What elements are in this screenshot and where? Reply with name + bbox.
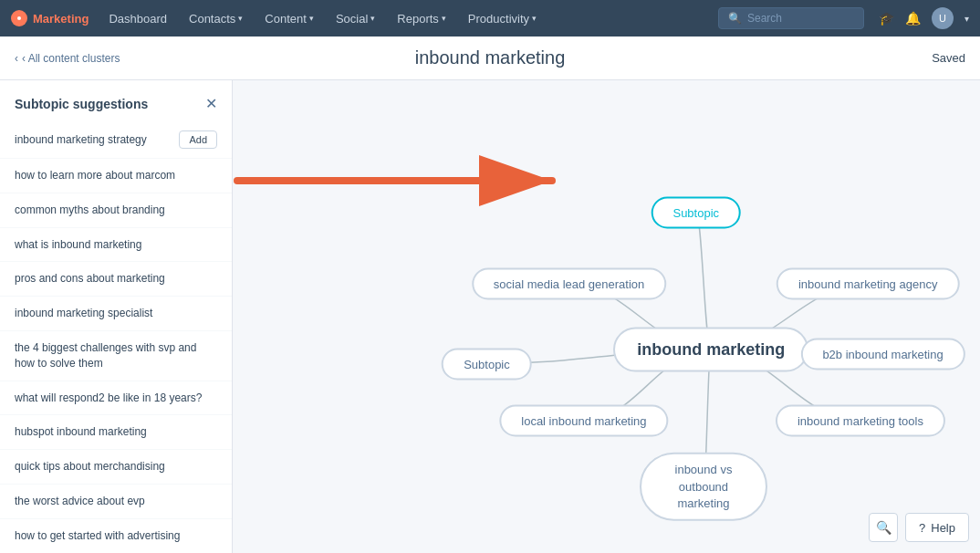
sub-header: ‹ ‹ All content clusters inbound marketi… <box>0 37 980 80</box>
nav-dashboard-label: Dashboard <box>109 12 167 26</box>
account-chevron-icon[interactable]: ▾ <box>964 14 969 24</box>
sidebar-item-label: the worst advice about evp <box>15 494 217 509</box>
nav-item-social[interactable]: Social ▾ <box>327 0 384 37</box>
chevron-down-icon: ▾ <box>532 14 537 23</box>
mindmap-connections <box>233 80 980 553</box>
sidebar-item-label: the 4 biggest challenges with svp and ho… <box>15 340 217 371</box>
nav-item-dashboard[interactable]: Dashboard <box>99 0 176 37</box>
nav-icon-group: 🎓 🔔 U ▾ <box>879 7 969 29</box>
chevron-down-icon: ▾ <box>238 14 243 23</box>
subtopic-node-agency[interactable]: inbound marketing agency <box>777 267 960 299</box>
add-subtopic-button[interactable]: Add <box>179 130 217 149</box>
sidebar-title: Subtopic suggestions <box>15 97 148 111</box>
search-icon: 🔍 <box>876 520 891 535</box>
academy-icon[interactable]: 🎓 <box>879 11 894 26</box>
sidebar-item-label: inbound marketing specialist <box>15 306 217 321</box>
sidebar-list-item[interactable]: how to learn more about marcom <box>0 159 232 193</box>
nav-logo-label: Marketing <box>33 12 89 26</box>
nav-content-label: Content <box>265 12 307 26</box>
sidebar-list-item[interactable]: pros and cons about marketing <box>0 262 232 297</box>
main-layout: Subtopic suggestions ✕ inbound marketing… <box>0 80 980 553</box>
nav-contacts-label: Contacts <box>189 12 235 26</box>
help-label: Help <box>931 521 955 535</box>
search-placeholder: Search <box>747 12 782 25</box>
chevron-down-icon: ▾ <box>309 14 314 23</box>
search-bar[interactable]: 🔍 Search <box>718 7 864 29</box>
question-icon: ? <box>919 521 925 535</box>
chevron-down-icon: ▾ <box>370 14 375 23</box>
sidebar-item-label: quick tips about merchandising <box>15 459 217 475</box>
sidebar-header: Subtopic suggestions ✕ <box>0 80 232 121</box>
sidebar-list-item[interactable]: what is inbound marketing <box>0 228 232 263</box>
back-label: ‹ All content clusters <box>22 52 120 65</box>
sidebar-item-label: what will respond2 be like in 18 years? <box>15 391 217 406</box>
close-icon[interactable]: ✕ <box>205 95 217 112</box>
sidebar-list-item[interactable]: inbound marketing specialist <box>0 297 232 331</box>
nav-productivity-label: Productivity <box>468 12 529 26</box>
nav-logo[interactable]: Marketing <box>11 10 89 26</box>
subtopic-node-social_media[interactable]: social media lead generation <box>472 267 667 299</box>
subtopic-node-vs_outbound[interactable]: inbound vs outbound marketing <box>640 453 767 521</box>
sidebar-item-label: how to get started with advertising <box>15 528 217 544</box>
page-title: inbound marketing <box>415 47 566 68</box>
back-link[interactable]: ‹ ‹ All content clusters <box>15 52 120 65</box>
sidebar-list-item[interactable]: what will respond2 be like in 18 years? <box>0 381 232 416</box>
nav-item-contacts[interactable]: Contacts ▾ <box>180 0 252 37</box>
nav-reports-label: Reports <box>397 12 439 26</box>
nav-item-content[interactable]: Content ▾ <box>255 0 323 37</box>
subtopic-node-b2b[interactable]: b2b inbound marketing <box>800 339 964 370</box>
subtopic-node-subtopic2[interactable]: Subtopic <box>442 348 532 380</box>
search-icon: 🔍 <box>728 12 742 25</box>
sidebar-list: inbound marketing strategyAddhow to lear… <box>0 121 232 553</box>
bottom-controls: 🔍 ? Help <box>869 513 969 542</box>
sidebar-list-item[interactable]: inbound marketing strategyAdd <box>0 121 232 159</box>
sidebar-list-item[interactable]: quick tips about merchandising <box>0 450 232 485</box>
top-navigation: Marketing Dashboard Contacts ▾ Content ▾… <box>0 0 980 37</box>
canvas-area: inbound marketingSubtopicSubtopicsocial … <box>233 80 980 553</box>
subtopic-node-local[interactable]: local inbound marketing <box>499 404 668 436</box>
help-button[interactable]: ? Help <box>905 513 969 542</box>
back-arrow-icon: ‹ <box>15 52 18 65</box>
chevron-down-icon: ▾ <box>442 14 446 23</box>
sidebar-list-item[interactable]: common myths about branding <box>0 193 232 228</box>
sidebar: Subtopic suggestions ✕ inbound marketing… <box>0 80 233 553</box>
hubspot-logo-icon <box>11 10 27 26</box>
nav-item-productivity[interactable]: Productivity ▾ <box>459 0 546 37</box>
saved-button[interactable]: Saved <box>932 51 965 65</box>
notifications-icon[interactable]: 🔔 <box>905 11 921 26</box>
sidebar-item-label: common myths about branding <box>15 203 217 218</box>
sidebar-item-label: hubspot inbound marketing <box>15 424 217 440</box>
sidebar-item-label: what is inbound marketing <box>15 237 217 253</box>
sidebar-list-item[interactable]: hubspot inbound marketing <box>0 415 232 450</box>
nav-social-label: Social <box>336 12 368 26</box>
subtopic-node-subtopic1[interactable]: Subtopic <box>651 197 741 229</box>
sidebar-list-item[interactable]: how to get started with advertising <box>0 519 232 553</box>
search-zoom-button[interactable]: 🔍 <box>869 513 898 542</box>
subtopic-node-tools[interactable]: inbound marketing tools <box>776 404 945 436</box>
center-node[interactable]: inbound marketing <box>613 328 808 372</box>
nav-item-reports[interactable]: Reports ▾ <box>388 0 455 37</box>
sidebar-list-item[interactable]: the worst advice about evp <box>0 485 232 519</box>
sidebar-list-item[interactable]: the 4 biggest challenges with svp and ho… <box>0 331 232 381</box>
sidebar-item-label: inbound marketing strategy <box>15 132 172 148</box>
sidebar-item-label: pros and cons about marketing <box>15 271 217 287</box>
avatar[interactable]: U <box>932 7 954 29</box>
sidebar-item-label: how to learn more about marcom <box>15 168 217 183</box>
